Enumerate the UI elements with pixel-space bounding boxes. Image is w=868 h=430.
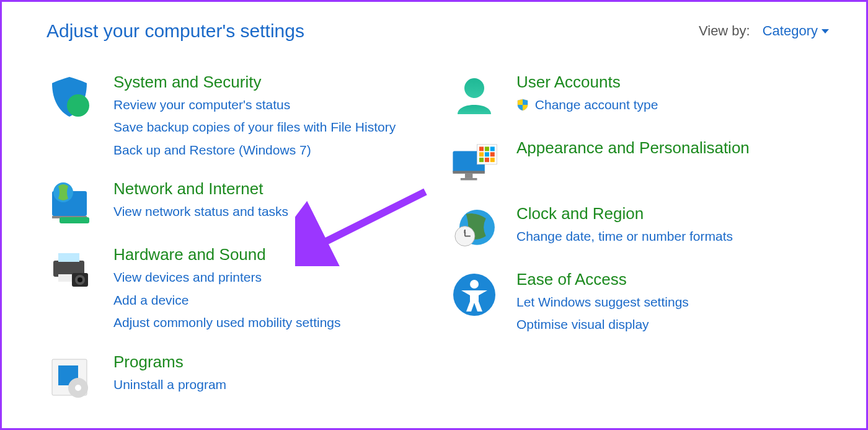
clock-region-icon: L	[450, 204, 499, 254]
category-body: Network and Internet View network status…	[113, 179, 288, 225]
category-link[interactable]: Optimise visual display	[516, 315, 689, 334]
category-ease-of-access: Ease of Access Let Windows suggest setti…	[450, 270, 829, 338]
svg-rect-27	[479, 158, 484, 162]
category-link-text: Change account type	[535, 97, 658, 112]
user-accounts-icon	[450, 73, 499, 122]
category-body: Hardware and Sound View devices and prin…	[113, 245, 341, 336]
svg-point-15	[464, 78, 484, 98]
ease-of-access-icon	[450, 270, 499, 320]
svg-point-10	[78, 277, 82, 282]
category-link[interactable]: Add a device	[113, 291, 341, 310]
svg-rect-25	[485, 152, 489, 156]
header-row: Adjust your computer's settings View by:…	[46, 20, 829, 42]
category-user-accounts: User Accounts Change account type	[450, 73, 829, 122]
view-by-value: Category	[763, 23, 818, 39]
control-panel-frame: Adjust your computer's settings View by:…	[0, 0, 868, 430]
svg-rect-24	[479, 152, 484, 156]
category-title[interactable]: Network and Internet	[113, 179, 288, 199]
right-column: User Accounts Change account type	[450, 73, 829, 418]
category-title[interactable]: Ease of Access	[516, 270, 689, 289]
category-link[interactable]: Let Windows suggest settings	[516, 293, 689, 311]
left-column: System and Security Review your computer…	[46, 73, 450, 418]
category-network-internet: Network and Internet View network status…	[46, 179, 450, 229]
shield-icon	[46, 73, 96, 122]
category-title[interactable]: System and Security	[113, 73, 396, 92]
svg-rect-19	[461, 178, 477, 181]
view-by-dropdown[interactable]: Category	[763, 23, 829, 39]
category-body: User Accounts Change account type	[516, 73, 658, 120]
network-icon	[46, 179, 96, 229]
category-link[interactable]: View devices and printers	[113, 268, 341, 287]
svg-rect-18	[465, 174, 472, 178]
category-link[interactable]: Uninstall a program	[113, 375, 226, 394]
category-appearance: Appearance and Personalisation	[450, 138, 829, 188]
category-system-security: System and Security Review your computer…	[46, 73, 450, 163]
category-body: Programs Uninstall a program	[113, 352, 226, 398]
category-link[interactable]: Change account type	[516, 96, 658, 116]
svg-rect-22	[485, 146, 489, 151]
category-body: Clock and Region Change date, time or nu…	[516, 204, 733, 249]
svg-point-14	[75, 385, 81, 391]
svg-rect-4	[60, 217, 89, 223]
category-title[interactable]: User Accounts	[516, 73, 658, 92]
programs-icon	[46, 352, 96, 402]
category-title[interactable]: Appearance and Personalisation	[516, 138, 750, 158]
category-link[interactable]: Back up and Restore (Windows 7)	[113, 141, 396, 159]
category-link[interactable]: Change date, time or number formats	[516, 227, 733, 246]
category-programs: Programs Uninstall a program	[46, 352, 450, 402]
svg-point-36	[470, 280, 479, 289]
view-by-group: View by: Category	[699, 23, 829, 39]
svg-rect-21	[479, 146, 484, 151]
appearance-icon	[450, 138, 499, 188]
svg-text:L: L	[464, 229, 467, 235]
page-title: Adjust your computer's settings	[46, 20, 304, 42]
svg-rect-28	[485, 158, 489, 162]
category-body: System and Security Review your computer…	[113, 73, 396, 163]
category-link[interactable]: Review your computer's status	[113, 96, 396, 114]
category-link[interactable]: Adjust commonly used mobility settings	[113, 313, 341, 332]
chevron-down-icon	[822, 29, 829, 34]
categories-columns: System and Security Review your computer…	[46, 73, 829, 418]
category-link[interactable]: Save backup copies of your files with Fi…	[113, 118, 396, 137]
category-clock-region: L Clock and Region Change date, time or …	[450, 204, 829, 254]
svg-rect-29	[490, 158, 495, 162]
category-title[interactable]: Clock and Region	[516, 204, 733, 223]
svg-point-0	[67, 94, 89, 117]
category-link[interactable]: View network status and tasks	[113, 202, 288, 221]
printer-icon	[46, 245, 96, 295]
category-body: Appearance and Personalisation	[516, 138, 750, 161]
view-by-label: View by:	[699, 23, 750, 39]
svg-rect-26	[490, 152, 495, 156]
svg-rect-17	[453, 171, 484, 173]
svg-rect-23	[490, 146, 495, 151]
category-hardware-sound: Hardware and Sound View devices and prin…	[46, 245, 450, 336]
uac-shield-icon	[516, 97, 529, 116]
svg-rect-6	[58, 253, 79, 262]
category-title[interactable]: Hardware and Sound	[113, 245, 341, 264]
category-title[interactable]: Programs	[113, 352, 226, 372]
category-body: Ease of Access Let Windows suggest setti…	[516, 270, 689, 338]
